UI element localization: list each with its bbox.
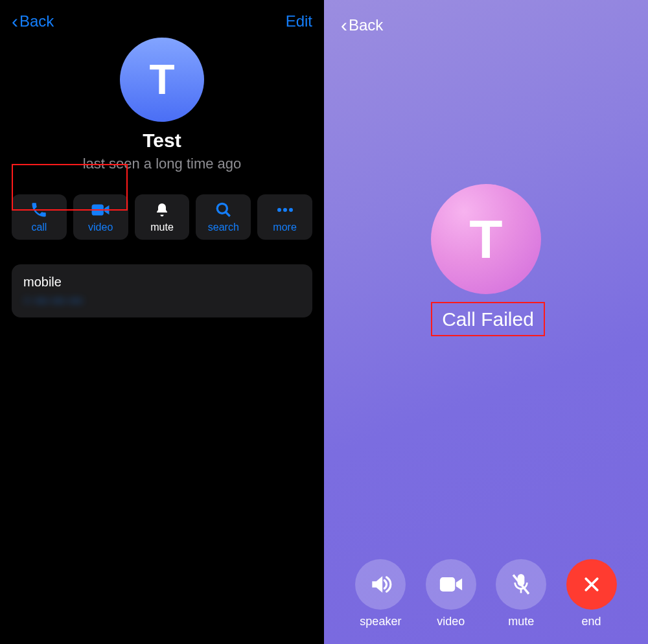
contact-name: Test: [12, 130, 312, 152]
more-button[interactable]: more: [257, 194, 312, 240]
phone-icon: [30, 201, 48, 218]
chevron-left-icon: ‹: [341, 16, 347, 35]
svg-point-1: [217, 203, 227, 213]
call-status: Call Failed: [442, 308, 534, 330]
back-button[interactable]: ‹ Back: [341, 16, 631, 35]
speaker-icon: [355, 559, 406, 610]
mute-button[interactable]: mute: [496, 559, 546, 628]
video-button[interactable]: video: [73, 194, 128, 240]
speaker-button[interactable]: speaker: [355, 559, 406, 628]
bell-icon: [154, 201, 170, 218]
search-icon: [215, 201, 232, 218]
last-seen-status: last seen a long time ago: [12, 155, 312, 172]
edit-button[interactable]: Edit: [286, 12, 312, 30]
mute-label: mute: [150, 222, 174, 233]
mute-button[interactable]: mute: [135, 194, 190, 240]
mute-label: mute: [508, 615, 534, 628]
search-button[interactable]: search: [196, 194, 251, 240]
call-button[interactable]: call: [12, 194, 67, 240]
video-button[interactable]: video: [426, 559, 476, 628]
video-label: video: [88, 222, 113, 233]
mobile-field[interactable]: mobile + ••• ••• •••: [12, 264, 312, 317]
call-screen: ‹ Back T Call Failed speaker video mute: [324, 0, 648, 644]
mobile-label: mobile: [23, 275, 301, 290]
contact-profile-screen: ‹ Back Edit T Test last seen a long time…: [0, 0, 324, 644]
back-label: Back: [349, 16, 383, 34]
back-button[interactable]: ‹ Back: [12, 12, 54, 31]
svg-rect-6: [440, 577, 455, 592]
svg-line-2: [226, 212, 230, 216]
video-icon: [91, 201, 110, 218]
end-label: end: [582, 615, 601, 628]
video-label: video: [437, 615, 465, 628]
svg-point-4: [283, 208, 287, 212]
close-icon: [566, 559, 617, 610]
annotation-highlight-status: Call Failed: [431, 302, 545, 336]
more-icon: [276, 201, 294, 218]
avatar[interactable]: T: [120, 38, 204, 122]
mic-off-icon: [496, 559, 546, 610]
svg-point-3: [277, 208, 281, 212]
svg-point-5: [289, 208, 293, 212]
chevron-left-icon: ‹: [12, 12, 18, 31]
avatar: T: [431, 184, 541, 294]
action-buttons-row: call video mute search m: [12, 194, 312, 240]
video-icon: [426, 559, 476, 610]
mobile-value: + ••• ••• •••: [23, 293, 301, 308]
call-label: call: [31, 222, 47, 233]
back-label: Back: [19, 12, 54, 30]
call-controls-row: speaker video mute end: [324, 559, 648, 628]
search-label: search: [208, 222, 239, 233]
svg-rect-0: [92, 204, 104, 215]
more-label: more: [273, 222, 296, 233]
end-button[interactable]: end: [566, 559, 617, 628]
speaker-label: speaker: [360, 615, 401, 628]
nav-bar: ‹ Back Edit: [12, 12, 312, 31]
